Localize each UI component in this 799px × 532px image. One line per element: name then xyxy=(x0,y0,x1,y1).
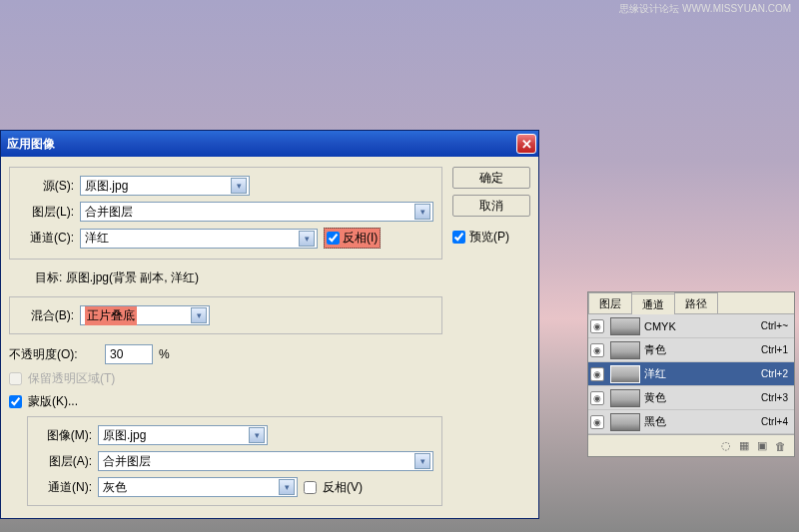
mask-label: 蒙版(K)... xyxy=(28,393,78,410)
dialog-title: 应用图像 xyxy=(7,136,516,153)
target-row: 目标: 原图.jpg(背景 副本, 洋红) xyxy=(35,269,442,286)
invert-checkbox[interactable] xyxy=(327,232,340,245)
channel-name: 洋红 xyxy=(644,366,757,381)
channel-shortcut: Ctrl+2 xyxy=(761,368,788,379)
chevron-down-icon: ▾ xyxy=(299,231,315,247)
invert-highlight: 反相(I) xyxy=(324,228,381,249)
layer-value: 合并图层 xyxy=(85,204,133,221)
mask-image-value: 原图.jpg xyxy=(103,427,146,444)
visibility-icon[interactable] xyxy=(590,415,604,429)
channel-name: CMYK xyxy=(644,320,757,332)
save-selection-icon[interactable]: ▦ xyxy=(739,439,749,452)
visibility-icon[interactable] xyxy=(590,367,604,381)
channel-label: 通道(C): xyxy=(18,230,74,247)
channel-thumbnail xyxy=(610,413,640,431)
channel-shortcut: Ctrl+~ xyxy=(761,320,788,331)
apply-image-dialog: 应用图像 ✕ 源(S): 原图.jpg ▾ 图层(L): 合并图层 ▾ xyxy=(0,130,539,519)
blend-value: 正片叠底 xyxy=(85,306,137,325)
preserve-transparency-label: 保留透明区域(T) xyxy=(28,370,115,387)
mask-layer-select[interactable]: 合并图层 ▾ xyxy=(98,451,433,471)
dialog-titlebar[interactable]: 应用图像 ✕ xyxy=(1,131,538,157)
source-value: 原图.jpg xyxy=(85,178,128,195)
mask-channel-value: 灰色 xyxy=(103,479,127,496)
mask-checkbox[interactable] xyxy=(9,395,22,408)
layer-label: 图层(L): xyxy=(18,204,74,221)
mask-invert-label: 反相(V) xyxy=(323,479,363,496)
new-channel-icon[interactable]: ▣ xyxy=(757,439,767,452)
visibility-icon[interactable] xyxy=(590,391,604,405)
chevron-down-icon: ▾ xyxy=(249,427,265,443)
panel-footer: ◌ ▦ ▣ 🗑 xyxy=(588,434,794,456)
chevron-down-icon: ▾ xyxy=(414,453,430,469)
watermark-text: 思缘设计论坛 WWW.MISSYUAN.COM xyxy=(619,2,791,16)
blend-label: 混合(B): xyxy=(18,307,74,324)
channel-name: 青色 xyxy=(644,342,757,357)
mask-subsection: 图像(M): 原图.jpg ▾ 图层(A): 合并图层 ▾ 通道(N): xyxy=(27,416,442,506)
channel-shortcut: Ctrl+1 xyxy=(761,344,788,355)
channel-row[interactable]: 黄色 Ctrl+3 xyxy=(588,386,794,410)
mask-channel-label: 通道(N): xyxy=(36,479,92,496)
chevron-down-icon: ▾ xyxy=(191,307,207,323)
cancel-button[interactable]: 取消 xyxy=(452,195,530,217)
mask-layer-value: 合并图层 xyxy=(103,453,151,470)
channel-list: CMYK Ctrl+~ 青色 Ctrl+1 洋红 Ctrl+2 黄色 Ctrl+… xyxy=(588,314,794,434)
channel-select[interactable]: 洋红 ▾ xyxy=(80,229,318,249)
source-label: 源(S): xyxy=(18,178,74,195)
chevron-down-icon: ▾ xyxy=(231,178,247,194)
channel-thumbnail xyxy=(610,341,640,359)
mask-image-select[interactable]: 原图.jpg ▾ xyxy=(98,425,268,445)
mask-layer-label: 图层(A): xyxy=(36,453,92,470)
visibility-icon[interactable] xyxy=(590,319,604,333)
close-icon[interactable]: ✕ xyxy=(516,134,536,154)
tab-layers[interactable]: 图层 xyxy=(588,292,632,313)
channel-name: 黄色 xyxy=(644,390,757,405)
preview-checkbox[interactable] xyxy=(452,231,465,244)
channel-value: 洋红 xyxy=(85,230,109,247)
opacity-input[interactable] xyxy=(105,344,153,364)
channel-thumbnail xyxy=(610,317,640,335)
channel-name: 黑色 xyxy=(644,414,757,429)
channels-panel: 图层 通道 路径 CMYK Ctrl+~ 青色 Ctrl+1 洋红 Ctrl+2… xyxy=(587,291,795,457)
delete-icon[interactable]: 🗑 xyxy=(775,440,786,452)
source-fieldset: 源(S): 原图.jpg ▾ 图层(L): 合并图层 ▾ 通道(C): xyxy=(9,167,442,260)
blend-fieldset: 混合(B): 正片叠底 ▾ xyxy=(9,296,442,334)
blend-select[interactable]: 正片叠底 ▾ xyxy=(80,305,210,325)
ok-button[interactable]: 确定 xyxy=(452,167,530,189)
target-value: 原图.jpg(背景 副本, 洋红) xyxy=(66,270,199,284)
chevron-down-icon: ▾ xyxy=(279,479,295,495)
panel-tabs: 图层 通道 路径 xyxy=(588,292,794,314)
channel-row[interactable]: 黑色 Ctrl+4 xyxy=(588,410,794,434)
target-label: 目标: xyxy=(35,270,62,284)
mask-invert-checkbox[interactable] xyxy=(304,481,317,494)
channel-row[interactable]: CMYK Ctrl+~ xyxy=(588,314,794,338)
invert-label: 反相(I) xyxy=(343,230,378,247)
opacity-label: 不透明度(O): xyxy=(9,346,99,363)
mask-image-label: 图像(M): xyxy=(36,427,92,444)
channel-shortcut: Ctrl+4 xyxy=(761,416,788,427)
preview-label: 预览(P) xyxy=(469,229,509,246)
chevron-down-icon: ▾ xyxy=(414,204,430,220)
tab-paths[interactable]: 路径 xyxy=(674,292,718,313)
preserve-transparency-checkbox xyxy=(9,372,22,385)
channel-thumbnail xyxy=(610,389,640,407)
tab-channels[interactable]: 通道 xyxy=(631,293,675,314)
channel-thumbnail xyxy=(610,365,640,383)
visibility-icon[interactable] xyxy=(590,343,604,357)
mask-channel-select[interactable]: 灰色 ▾ xyxy=(98,477,298,497)
channel-shortcut: Ctrl+3 xyxy=(761,392,788,403)
channel-row[interactable]: 洋红 Ctrl+2 xyxy=(588,362,794,386)
layer-select[interactable]: 合并图层 ▾ xyxy=(80,202,433,222)
load-selection-icon[interactable]: ◌ xyxy=(721,439,731,452)
opacity-unit: % xyxy=(159,347,170,361)
channel-row[interactable]: 青色 Ctrl+1 xyxy=(588,338,794,362)
source-select[interactable]: 原图.jpg ▾ xyxy=(80,176,250,196)
